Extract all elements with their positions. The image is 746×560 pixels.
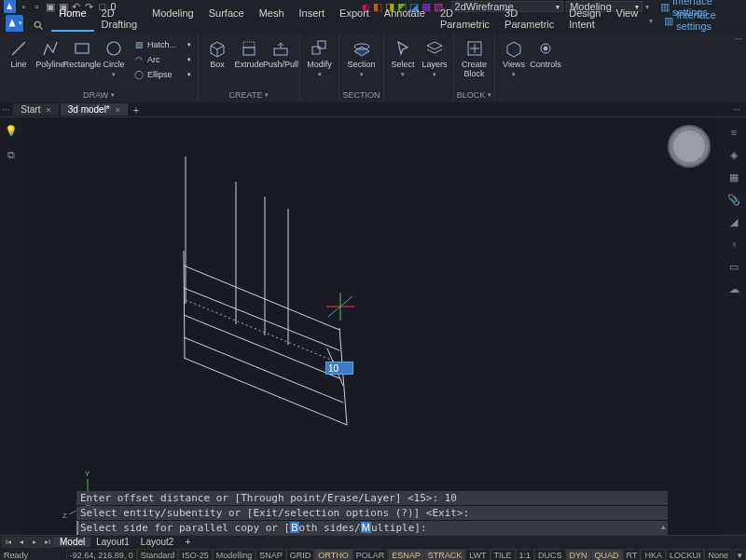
tool-ellipse[interactable]: ◯Ellipse▾ xyxy=(131,67,194,81)
status-toggle-lwt[interactable]: LWT xyxy=(465,549,490,560)
ribbon-tab-design-intent[interactable]: Design Intent xyxy=(561,6,608,32)
tool-pushpull[interactable]: Push/Pull xyxy=(266,34,296,70)
status-toggle-ducs[interactable]: DUCS xyxy=(534,549,566,560)
tool-circle[interactable]: Circle xyxy=(99,34,129,78)
ribbon-tab-view[interactable]: View xyxy=(609,6,646,32)
interface-settings-link[interactable]: ▥ Interface settings xyxy=(664,9,740,32)
tool-polyline[interactable]: Polyline xyxy=(35,34,65,70)
cloud-icon[interactable]: ☁ xyxy=(726,281,741,296)
status-toggle-none[interactable]: None xyxy=(704,549,732,560)
stage: 💡 ⧉ xyxy=(0,117,746,535)
tool-rectangle[interactable]: Rectangle xyxy=(67,34,97,70)
doc-tab[interactable]: Start× xyxy=(13,103,58,116)
qa-open-icon[interactable]: ▫ xyxy=(32,1,42,12)
ribbon-tab-modeling[interactable]: Modeling xyxy=(145,6,201,32)
layout-add-button[interactable]: + xyxy=(179,537,196,547)
group-label-block[interactable]: BLOCK xyxy=(458,89,490,101)
tool-extrude[interactable]: Extrude xyxy=(234,34,264,70)
command-prompt[interactable]: Select side for parallel copy or [Both s… xyxy=(76,521,668,535)
layout-tab[interactable]: Layout1 xyxy=(90,537,135,547)
svg-rect-6 xyxy=(243,42,255,48)
tool-arc[interactable]: ◠Arc▾ xyxy=(131,52,194,66)
tool-box[interactable]: Box xyxy=(202,34,232,70)
status-toggle-grid[interactable]: GRID xyxy=(286,549,315,560)
tool-create-block[interactable]: Create Block xyxy=(460,34,490,79)
document-tab-row: ··· Start×3d model*× + ··· xyxy=(0,102,746,117)
ribbon-tab-mesh[interactable]: Mesh xyxy=(252,6,292,32)
command-scroll-up-icon[interactable]: ▴ xyxy=(661,522,666,531)
ribbon-tab-annotate[interactable]: Annotate xyxy=(377,6,433,32)
layout-next-button[interactable]: ▸ xyxy=(28,537,41,548)
group-label-draw[interactable]: DRAW xyxy=(4,89,194,101)
status-toggle-ortho[interactable]: ORTHO xyxy=(314,549,352,560)
status-standard[interactable]: Standard xyxy=(137,549,179,560)
status-toggle-hka[interactable]: HKA xyxy=(641,549,666,560)
status-menu-icon[interactable]: ▾ xyxy=(734,549,746,560)
layout-tab-row: I◂ ◂ ▸ ▸I ModelLayout1Layout2 + xyxy=(0,535,746,548)
status-toggle-quad[interactable]: QUAD xyxy=(591,549,623,560)
svg-line-24 xyxy=(184,358,347,425)
status-toggle-dyn[interactable]: DYN xyxy=(566,549,591,560)
tool-layers[interactable]: Layers xyxy=(420,34,449,78)
ribbon-tab-insert[interactable]: Insert xyxy=(292,6,333,32)
search-icon[interactable] xyxy=(33,19,44,32)
status-workspace[interactable]: Modelling xyxy=(213,549,256,560)
status-toggle-strack[interactable]: STRACK xyxy=(424,549,466,560)
layers-panel-icon[interactable]: ◈ xyxy=(726,147,741,162)
doc-tabs-overflow-icon[interactable]: ··· xyxy=(2,104,9,115)
status-toggle-1:1[interactable]: 1:1 xyxy=(516,549,535,560)
close-tab-icon[interactable]: × xyxy=(46,105,50,115)
close-tab-icon[interactable]: × xyxy=(116,105,120,115)
tool-hatch[interactable]: ▨Hatch...▾ xyxy=(131,37,194,51)
layout-prev-button[interactable]: ◂ xyxy=(15,537,28,548)
status-coords[interactable]: -92.64, 216.89, 0 xyxy=(66,549,137,560)
app-menu-button[interactable]: ▾ xyxy=(6,15,23,32)
tool-line[interactable]: Line xyxy=(4,34,34,70)
status-toggle-lockui[interactable]: LOCKUI xyxy=(666,549,705,560)
tool-section[interactable]: Section xyxy=(347,34,377,78)
app-logo-icon[interactable] xyxy=(4,0,16,13)
ribbon-tab-home[interactable]: Home xyxy=(51,6,93,32)
svg-rect-3 xyxy=(76,44,89,53)
tips-icon[interactable]: 💡 xyxy=(4,123,19,138)
qa-new-icon[interactable]: ▫ xyxy=(19,1,29,12)
attach-icon[interactable]: 📎 xyxy=(726,192,741,207)
layout-tab[interactable]: Model xyxy=(54,537,90,547)
doc-tabs-overflow-right-icon[interactable]: ··· xyxy=(733,104,740,115)
structure-icon[interactable]: ⧉ xyxy=(4,147,19,162)
light-icon[interactable]: ♀ xyxy=(726,237,741,252)
ribbon-tab-3d-parametric[interactable]: 3D Parametric xyxy=(497,6,561,32)
status-iso[interactable]: ISO-25 xyxy=(178,549,213,560)
layout-tab[interactable]: Layout2 xyxy=(135,537,180,547)
doc-tab[interactable]: 3d model*× xyxy=(61,103,128,116)
svg-line-2 xyxy=(12,42,25,55)
tool-modify[interactable]: Modify xyxy=(305,34,335,78)
status-toggle-esnap[interactable]: ESNAP xyxy=(388,549,424,560)
dimension-input[interactable] xyxy=(325,362,353,375)
status-toggle-snap[interactable]: SNAP xyxy=(256,549,286,560)
status-toggle-rt[interactable]: RT xyxy=(623,549,642,560)
group-label-create[interactable]: CREATE xyxy=(202,89,296,101)
ribbon-tab-export[interactable]: Export xyxy=(332,6,377,32)
drawing-canvas[interactable]: X Y Z Enter offset distance or [Through … xyxy=(22,117,722,535)
tool-views[interactable]: Views xyxy=(499,34,529,78)
new-doc-tab-button[interactable]: + xyxy=(130,103,143,116)
grid-panel-icon[interactable]: ▦ xyxy=(726,170,741,184)
ribbon-tab-2d-drafting[interactable]: 2D Drafting xyxy=(94,6,145,32)
ribbon-tabs: Home2D DraftingModelingSurfaceMeshInsert… xyxy=(51,6,645,32)
ribbon-group-select: Select Layers xyxy=(384,34,454,101)
ribbon-overflow-icon[interactable]: ··· xyxy=(735,34,742,44)
ribbon-tab-surface[interactable]: Surface xyxy=(201,6,252,32)
status-toggle-polar[interactable]: POLAR xyxy=(352,549,389,560)
layout-first-button[interactable]: I◂ xyxy=(2,537,15,548)
ribbon-tab-2d-parametric[interactable]: 2D Parametric xyxy=(433,6,497,32)
present-icon[interactable]: ▭ xyxy=(726,259,741,274)
layout-last-button[interactable]: ▸I xyxy=(41,537,54,548)
tool-select[interactable]: Select xyxy=(388,34,418,78)
settings-icon[interactable]: ≡ xyxy=(726,125,741,140)
analyze-icon[interactable]: ◢ xyxy=(726,214,741,229)
status-toggle-tile[interactable]: TILE xyxy=(490,549,516,560)
drawing-geometry xyxy=(22,117,722,535)
svg-rect-7 xyxy=(274,48,287,55)
tool-controls[interactable]: Controls xyxy=(531,34,560,70)
